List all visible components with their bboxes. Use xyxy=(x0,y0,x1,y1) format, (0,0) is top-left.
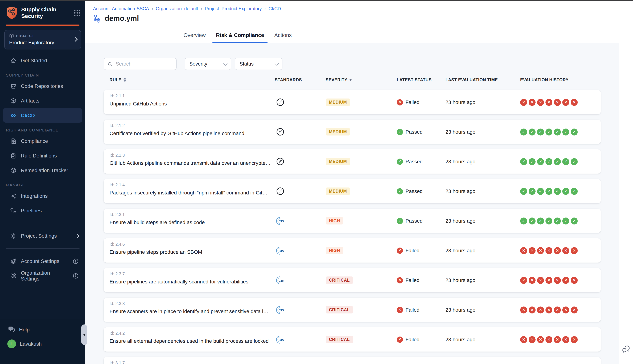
breadcrumb-account[interactable]: Account: Automation-SSCA xyxy=(93,6,149,11)
column-severity[interactable]: SEVERITY xyxy=(326,78,397,82)
history-failed-icon[interactable]: ✕ xyxy=(537,247,544,254)
history-passed-icon[interactable]: ✓ xyxy=(554,128,561,135)
breadcrumb-project[interactable]: Project: Product Exploratory xyxy=(205,6,262,11)
sidebar-item-project-settings[interactable]: Project Settings xyxy=(3,228,82,243)
rule-name[interactable]: Ensure scanners are in place to identify… xyxy=(110,308,275,314)
sidebar-item-artifacts[interactable]: Artifacts xyxy=(3,94,82,108)
history-passed-icon[interactable]: ✓ xyxy=(554,158,561,165)
history-failed-icon[interactable]: ✕ xyxy=(562,277,569,284)
column-rule[interactable]: RULE xyxy=(110,78,275,82)
history-passed-icon[interactable]: ✓ xyxy=(520,217,527,224)
history-failed-icon[interactable]: ✕ xyxy=(571,247,578,254)
sidebar-item-integrations[interactable]: Integrations xyxy=(3,188,82,203)
history-passed-icon[interactable]: ✓ xyxy=(537,158,544,165)
module-grid-icon[interactable] xyxy=(74,10,80,16)
history-failed-icon[interactable]: ✕ xyxy=(537,99,544,106)
history-failed-icon[interactable]: ✕ xyxy=(571,99,578,106)
history-failed-icon[interactable]: ✕ xyxy=(562,306,569,313)
help-button[interactable]: ? Help xyxy=(0,319,85,333)
rule-name[interactable]: GitHub Actions pipeline commands transmi… xyxy=(110,160,275,166)
history-failed-icon[interactable]: ✕ xyxy=(554,306,561,313)
sidebar-item-account-settings[interactable]: Account Settings xyxy=(3,254,82,268)
table-row[interactable]: Id: 2.1.2 Certificate not verified by Gi… xyxy=(104,120,601,144)
history-passed-icon[interactable]: ✓ xyxy=(571,188,578,195)
history-passed-icon[interactable]: ✓ xyxy=(528,188,536,195)
user-menu[interactable]: L Lavakush xyxy=(0,333,85,348)
history-failed-icon[interactable]: ✕ xyxy=(546,277,552,284)
table-row[interactable]: Id: 2.3.8 Ensure scanners are in place t… xyxy=(104,298,601,322)
history-failed-icon[interactable]: ✕ xyxy=(554,277,561,284)
history-failed-icon[interactable]: ✕ xyxy=(537,306,544,313)
table-row[interactable]: Id: 3.1.7 CIS CRITICAL ✕ Failed 23 hours… xyxy=(104,357,601,364)
rule-name[interactable]: Unpinned GitHub Actions xyxy=(110,101,275,106)
history-failed-icon[interactable]: ✕ xyxy=(546,336,552,343)
history-failed-icon[interactable]: ✕ xyxy=(562,247,569,254)
sidebar-item-ci-cd[interactable]: ∞CI/CD xyxy=(3,108,82,123)
history-passed-icon[interactable]: ✓ xyxy=(554,217,561,224)
history-passed-icon[interactable]: ✓ xyxy=(562,217,569,224)
sidebar-item-remediation-tracker[interactable]: Remediation Tracker xyxy=(3,163,82,178)
history-passed-icon[interactable]: ✓ xyxy=(528,217,536,224)
status-filter-dropdown[interactable]: Status xyxy=(235,58,282,70)
breadcrumb-organization[interactable]: Organization: default xyxy=(156,6,198,11)
history-failed-icon[interactable]: ✕ xyxy=(554,99,561,106)
breadcrumb-cicd[interactable]: CI/CD xyxy=(268,6,281,11)
history-passed-icon[interactable]: ✓ xyxy=(562,188,569,195)
history-failed-icon[interactable]: ✕ xyxy=(520,336,527,343)
tab-risk-and-compliance[interactable]: Risk & Compliance xyxy=(211,27,269,43)
history-failed-icon[interactable]: ✕ xyxy=(546,247,552,254)
history-passed-icon[interactable]: ✓ xyxy=(546,217,552,224)
rule-name[interactable]: Ensure pipeline steps produce an SBOM xyxy=(110,249,275,255)
history-failed-icon[interactable]: ✕ xyxy=(554,336,561,343)
history-failed-icon[interactable]: ✕ xyxy=(528,336,536,343)
history-passed-icon[interactable]: ✓ xyxy=(537,128,544,135)
tab-overview[interactable]: Overview xyxy=(178,27,211,43)
history-passed-icon[interactable]: ✓ xyxy=(537,188,544,195)
table-row[interactable]: Id: 2.4.2 Ensure all external dependenci… xyxy=(104,328,601,352)
history-passed-icon[interactable]: ✓ xyxy=(571,128,578,135)
table-row[interactable]: Id: 2.1.4 Packages insecurely installed … xyxy=(104,179,601,203)
history-passed-icon[interactable]: ✓ xyxy=(546,158,552,165)
history-failed-icon[interactable]: ✕ xyxy=(562,336,569,343)
table-row[interactable]: Id: 2.4.6 Ensure pipeline steps produce … xyxy=(104,238,601,262)
history-passed-icon[interactable]: ✓ xyxy=(520,128,527,135)
history-failed-icon[interactable]: ✕ xyxy=(528,99,536,106)
history-passed-icon[interactable]: ✓ xyxy=(528,158,536,165)
history-failed-icon[interactable]: ✕ xyxy=(571,336,578,343)
history-passed-icon[interactable]: ✓ xyxy=(562,158,569,165)
history-failed-icon[interactable]: ✕ xyxy=(520,247,527,254)
history-passed-icon[interactable]: ✓ xyxy=(520,158,527,165)
sidebar-item-code-repositories[interactable]: Code Repositories xyxy=(3,79,82,94)
table-row[interactable]: Id: 2.1.1 Unpinned GitHub Actions MEDIUM… xyxy=(104,90,601,114)
history-passed-icon[interactable]: ✓ xyxy=(528,128,536,135)
rule-name[interactable]: Ensure all external dependencies used in… xyxy=(110,338,275,344)
history-failed-icon[interactable]: ✕ xyxy=(528,277,536,284)
sidebar-item-pipelines[interactable]: Pipelines xyxy=(3,203,82,218)
sidebar-item-compliance[interactable]: Compliance xyxy=(3,134,82,148)
sidebar-item-organization-settings[interactable]: Organization Settings xyxy=(3,268,82,283)
history-failed-icon[interactable]: ✕ xyxy=(571,306,578,313)
history-failed-icon[interactable]: ✕ xyxy=(528,247,536,254)
project-selector[interactable]: PROJECT Product Exploratory xyxy=(4,30,81,50)
history-failed-icon[interactable]: ✕ xyxy=(537,277,544,284)
search-input[interactable] xyxy=(115,61,172,67)
severity-filter-dropdown[interactable]: Severity xyxy=(184,58,231,70)
history-passed-icon[interactable]: ✓ xyxy=(520,188,527,195)
history-passed-icon[interactable]: ✓ xyxy=(562,128,569,135)
search-box[interactable] xyxy=(104,58,176,70)
history-passed-icon[interactable]: ✓ xyxy=(537,217,544,224)
history-failed-icon[interactable]: ✕ xyxy=(546,306,552,313)
history-failed-icon[interactable]: ✕ xyxy=(546,99,552,106)
table-row[interactable]: Id: 2.1.3 GitHub Actions pipeline comman… xyxy=(104,150,601,174)
table-row[interactable]: Id: 2.3.1 Ensure all build steps are def… xyxy=(104,209,601,233)
history-passed-icon[interactable]: ✓ xyxy=(546,188,552,195)
history-failed-icon[interactable]: ✕ xyxy=(520,99,527,106)
history-passed-icon[interactable]: ✓ xyxy=(571,158,578,165)
history-failed-icon[interactable]: ✕ xyxy=(537,336,544,343)
sidebar-item-rule-definitions[interactable]: Rule Definitions xyxy=(3,148,82,163)
feedback-chat-icon[interactable] xyxy=(621,344,631,354)
history-passed-icon[interactable]: ✓ xyxy=(571,217,578,224)
rule-name[interactable]: Ensure pipelines are automatically scann… xyxy=(110,279,275,284)
rule-name[interactable]: Certificate not verified by GitHub Actio… xyxy=(110,130,275,136)
history-passed-icon[interactable]: ✓ xyxy=(554,188,561,195)
